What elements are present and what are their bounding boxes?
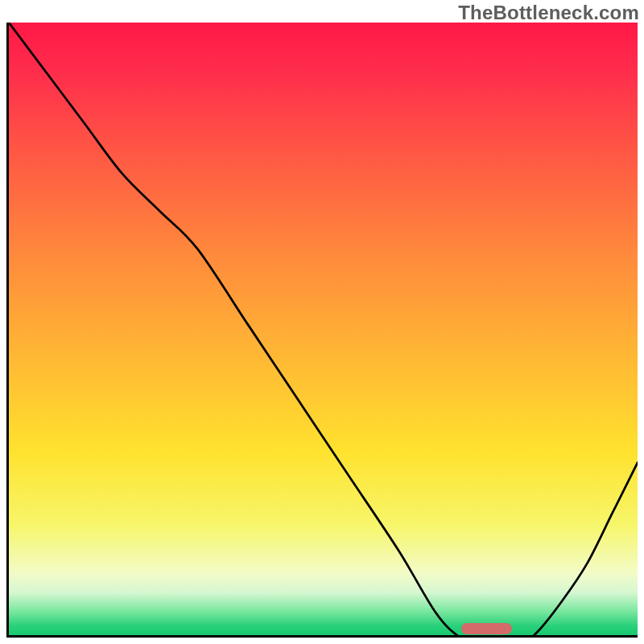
chart-frame: TheBottleneck.com [0,0,644,644]
plot-area [6,23,638,638]
bottleneck-curve [9,23,638,638]
optimal-range-marker [461,623,511,634]
watermark-text: TheBottleneck.com [458,2,639,24]
